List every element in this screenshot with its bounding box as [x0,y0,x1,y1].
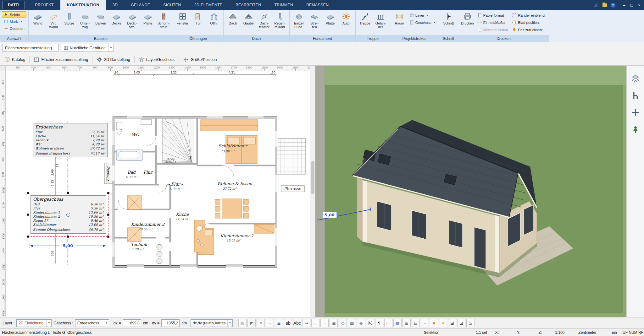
gaube-button[interactable]: Gaube [241,11,256,34]
fill-hatch-tool[interactable]: ▨ [238,319,247,327]
darstellung-2d-button[interactable]: 2D Darstellung [93,55,133,64]
selection-rectangle[interactable] [28,193,108,237]
orbit-view-button[interactable] [630,106,641,118]
star-tool[interactable]: ✳ [439,319,447,327]
3d-viewport[interactable]: 5,00 [315,66,626,317]
flaechenzusammenstellung-button[interactable]: Flächenzusammenstellung [31,55,91,64]
scrollbar-thumb[interactable] [311,161,314,194]
tab-projekt[interactable]: PROJEKT [29,0,60,10]
raender-einblenden-button[interactable]: Ränder einblend. [510,12,547,19]
layer-visibility-button[interactable] [630,73,641,84]
selekt-button[interactable]: Selekt [2,11,26,18]
paragraph-tool[interactable]: ¶ [375,319,383,327]
vertical-scrollbar[interactable] [310,66,315,317]
balken-button[interactable]: Balken [93,11,108,34]
roof-hatch-tool[interactable]: ◩ [247,319,256,327]
cut-icon[interactable] [594,3,599,8]
rect-tool[interactable]: ▢ [384,319,392,327]
tab-datei[interactable]: DATEI [3,1,25,9]
platte-button[interactable]: Platte [140,11,156,34]
drucken-button[interactable]: Drucken [460,11,475,34]
tab-bearbeiten[interactable]: BEARBEITEN [229,0,268,10]
mark-button[interactable]: Mark.▼ [2,18,26,25]
2d-canvas[interactable]: 30 2,05 2,22 4,51 30 2,08 24 1,69 2,85 5… [6,71,310,317]
schnitt-button[interactable]: Schnitt [441,11,456,34]
rotation-handle[interactable] [66,213,70,217]
layer-dropdown[interactable]: Layer▼ [408,12,437,19]
grid-plus-tool[interactable]: ⊞ [402,319,411,327]
solid-diamond-tool[interactable]: ◆ [357,319,365,327]
area-table-erdgeschoss[interactable]: Erdgeschoss Flur9,35 m²Küche11,54 m²Tech… [33,123,108,157]
status-scale[interactable]: 1:100 [555,330,564,335]
dy-input[interactable] [161,319,180,327]
chevron-down-icon[interactable]: ▼ [108,44,114,51]
pos-zuruecksetzen-button[interactable]: Pos zurücksetz. [510,26,547,33]
selection-handle[interactable] [67,236,69,238]
treppe-button[interactable]: Treppe [357,11,373,34]
folder-icon[interactable] [602,3,607,8]
dashed-line-tool[interactable]: ┄ [266,319,274,327]
minimize-button[interactable]: – [621,2,628,8]
virt-wand-button[interactable]: Virt. Wand [46,11,61,34]
line-style-tool[interactable]: ≡ [257,319,265,327]
selection-handle[interactable] [67,192,69,194]
coordinate-mode-combo[interactable]: dx,dy (relativ kartesisch)▼ [191,319,233,327]
papierformat-button[interactable]: Papierformat [475,12,510,19]
multi-line-tool[interactable]: ≣ [275,319,283,327]
einheit-massstab-button[interactable]: Einheit/Maßst. [475,19,510,26]
dotted-rect-tool[interactable]: ▫ [320,319,329,327]
dach-button[interactable]: Dach [225,11,241,34]
optionen-button[interactable]: Optionen [2,25,26,32]
diagonal-arrow-tool[interactable]: ⇲ [466,319,475,327]
layer-combo[interactable]: 2D Einrichtung▼ [16,319,52,327]
blatt-position-button[interactable]: Blatt position. [510,19,547,26]
select-diamond-tool[interactable]: ◇ [339,319,347,327]
dimension-tool[interactable]: ↦ [302,319,310,327]
maximize-button[interactable]: □ [628,2,635,8]
geschoss-combo[interactable]: Erdgeschoss▼ [75,319,109,327]
vegetation-button[interactable] [630,123,641,135]
tab-bemassen[interactable]: BEMASSEN [300,0,335,10]
fenster-button[interactable]: Fenster [175,11,190,34]
selection-handle[interactable] [107,236,109,238]
selection-handle[interactable] [27,236,29,238]
dashed-rect-tool[interactable]: ▭ [311,319,319,327]
chevron-down-icon[interactable]: ▼ [46,320,51,327]
decke-button[interactable]: Decke [109,11,124,34]
snap-corner-tool[interactable]: ⌐ [421,319,429,327]
nutzflaeche-combo[interactable]: Nutzfläche Gebäude ▼ [61,44,114,52]
raum-button[interactable]: Raum [392,11,407,34]
schornstein-button[interactable]: Schorn- stein [156,11,171,34]
groesse-position-button[interactable]: Größe/Position [180,55,220,64]
grid-minus-tool[interactable]: ⊟ [412,319,420,327]
status-unit[interactable]: Zentimeter [578,330,596,335]
small-text-tool[interactable]: ab [284,319,292,327]
chevron-down-icon[interactable]: ▼ [104,320,109,327]
close-button[interactable]: × [636,2,643,8]
status-ein[interactable]: Ein [612,330,617,335]
orange-square-tool[interactable]: ■ [430,319,438,327]
dachfenster-button[interactable]: Dach- fenster [257,11,272,34]
tab-2d-elemente[interactable]: 2D-ELEMENTE [188,0,229,10]
gelaender-button[interactable]: Gelän- der [373,11,388,34]
tab-sichten[interactable]: SICHTEN [157,0,187,10]
streifenfundament-button[interactable]: Strei- fen [307,11,322,34]
furniture-catalog-button[interactable] [630,89,641,101]
flaechenzusammenstellung-field[interactable]: Flächenzusammenstellung [3,44,58,52]
geschoss-dropdown[interactable]: Geschoss▼ [408,19,437,26]
selection-handle[interactable] [27,214,29,216]
image-tool[interactable]: ▣ [330,319,338,327]
tab-konstruktion[interactable]: KONSTRUKTION [60,0,106,10]
tab-trimmen[interactable]: TRIMMEN [268,0,300,10]
filled-rect-tool[interactable]: ▩ [393,319,402,327]
grid-hatch-tool[interactable]: ▦ [348,319,356,327]
katalog-button[interactable]: Katalog [1,55,28,64]
help-icon[interactable]: ? [611,3,615,8]
wand-button[interactable]: Wand [30,11,46,34]
tab-3d[interactable]: 3D [106,0,124,10]
dx-input[interactable] [123,319,141,327]
deckenoeffnung-button[interactable]: Deck.- öffn. [125,11,140,34]
autofundament-button[interactable]: Auto [338,11,354,34]
einzelfundament-button[interactable]: Einzel Fund. [291,11,307,34]
tab-gelände[interactable]: GELÄNDE [124,0,157,10]
